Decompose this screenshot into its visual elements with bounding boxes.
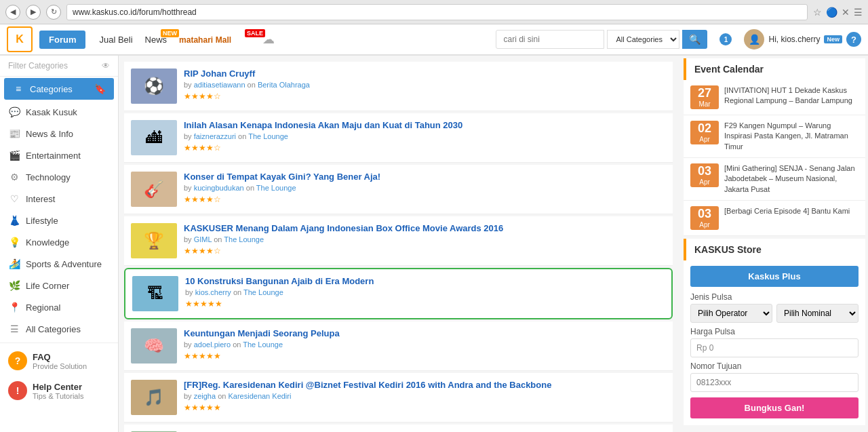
back-button[interactable]: ◀	[5, 5, 20, 20]
lifestyle-icon: 👗	[8, 215, 20, 226]
thread-author[interactable]: faiznerazzuri	[194, 132, 236, 140]
forum-button[interactable]: Forum	[39, 31, 85, 49]
thread-content: 10 Konstruksi Bangunan Ajaib di Era Mode…	[185, 276, 665, 309]
news-nav[interactable]: News NEW	[145, 35, 167, 45]
sidebar-item-label: Life Corner	[26, 281, 69, 291]
sidebar-item-kasak-kusuk[interactable]: 💬 Kasak Kusuk	[0, 101, 118, 123]
event-item: 27 Mar [INVITATION] HUT 1 Dekade Kaskus …	[684, 80, 865, 115]
jual-beli-nav[interactable]: Jual Beli	[99, 35, 132, 45]
thread-title[interactable]: Inilah Alasan Kenapa Indonesia Akan Maju…	[184, 120, 666, 130]
thread-stars: ★★★★☆	[184, 195, 666, 204]
thread-item: ⛺ Suka Duka Jadi Anak Pramuka Gan by sat…	[124, 425, 673, 432]
thread-category[interactable]: Berita Olahraga	[258, 81, 310, 89]
sidebar-item-label: Sports & Adventure	[26, 259, 102, 269]
event-day: 02	[690, 122, 719, 136]
sidebar-item-knowledge[interactable]: 💡 Knowledge	[0, 231, 118, 253]
filter-label: Filter Categories	[8, 61, 68, 71]
sports-icon: 🏄	[8, 258, 20, 269]
nominal-select[interactable]: Pilih Nominal	[776, 304, 859, 323]
search-button[interactable]: 🔍	[682, 30, 707, 49]
close-icon[interactable]: ✕	[842, 7, 850, 18]
bookmark-icon[interactable]: ☆	[813, 7, 822, 18]
kaskus-logo[interactable]: K	[7, 26, 33, 52]
thread-author[interactable]: kucingbudukan	[194, 184, 244, 192]
thread-title[interactable]: [FR]Reg. Karesidenan Kediri @Biznet Fest…	[184, 380, 666, 390]
bungkus-button[interactable]: Bungkus Gan!	[690, 397, 859, 418]
search-wrapper: All Categories 🔍	[496, 30, 707, 49]
sidebar-item-interest[interactable]: ♡ Interest	[0, 188, 118, 210]
interest-icon: ♡	[8, 193, 20, 204]
header-nav: Jual Beli News NEW matahari Mall SALE	[99, 35, 252, 45]
nomor-input[interactable]	[690, 373, 859, 392]
new-badge: New	[824, 35, 842, 43]
thread-category[interactable]: The Lounge	[224, 235, 264, 243]
search-input[interactable]	[496, 30, 604, 49]
thread-category[interactable]: The Lounge	[256, 184, 296, 192]
event-date-box: 03 Apr	[690, 206, 719, 230]
sidebar-item-news-info[interactable]: 📰 News & Info	[0, 123, 118, 144]
thread-thumbnail: 🎵	[131, 380, 177, 415]
user-area: 👤 Hi, kios.cherry New ?	[744, 29, 861, 50]
sidebar-item-categories[interactable]: ≡ Categories 🔖	[4, 78, 114, 100]
help-button[interactable]: ?	[846, 32, 861, 47]
thread-author[interactable]: zeigha	[194, 392, 216, 400]
faq-item[interactable]: ? FAQ Provide Solution	[0, 346, 118, 376]
sidebar-item-regional[interactable]: 📍 Regional	[0, 296, 118, 318]
thread-category[interactable]: The Lounge	[243, 340, 283, 349]
store-title: KASKUS Store	[684, 239, 865, 260]
thread-title[interactable]: KASKUSER Menang Dalam Ajang Indonesian B…	[184, 223, 666, 233]
sidebar-item-entertainment[interactable]: 🎬 Entertainment	[0, 144, 118, 166]
menu-icon[interactable]: ☰	[854, 7, 863, 18]
thread-author[interactable]: adoel.piero	[194, 340, 231, 349]
event-month: Apr	[690, 178, 719, 186]
event-item: 03 Apr [Mini Gathering] SENJA - Senang J…	[684, 158, 865, 201]
filter-icon[interactable]: 👁	[102, 61, 110, 71]
thread-author[interactable]: kios.cherry	[195, 288, 231, 296]
thread-title[interactable]: RIP Johan Cruyff	[184, 68, 666, 79]
thread-content: Inilah Alasan Kenapa Indonesia Akan Maju…	[184, 120, 666, 153]
main-layout: Filter Categories 👁 ≡ Categories 🔖 💬 Kas…	[0, 56, 868, 432]
operator-select[interactable]: Pilih Operator	[690, 304, 772, 323]
refresh-button[interactable]: ↻	[46, 5, 61, 20]
thread-thumbnail: 🏆	[131, 223, 177, 258]
help-subtitle: Tips & Tutorials	[33, 392, 83, 400]
help-item[interactable]: ! Help Center Tips & Tutorials	[0, 376, 118, 406]
help-texts: Help Center Tips & Tutorials	[33, 382, 83, 400]
thread-meta: by zeigha on Karesidenan Kediri	[184, 392, 666, 400]
sidebar-item-lifestyle[interactable]: 👗 Lifestyle	[0, 210, 118, 231]
right-sidebar: Event Calendar 27 Mar [INVITATION] HUT 1…	[678, 56, 868, 432]
thread-category[interactable]: The Lounge	[243, 288, 283, 296]
store-form: Jenis Pulsa Pilih Operator Pilih Nominal…	[684, 292, 865, 418]
sidebar-item-label: Entertainment	[26, 151, 81, 161]
mall-nav[interactable]: matahari Mall SALE	[179, 35, 252, 45]
sidebar-item-technology[interactable]: ⚙ Technology	[0, 166, 118, 188]
thread-author[interactable]: aditiasetiawann	[194, 81, 245, 89]
sidebar-item-sports[interactable]: 🏄 Sports & Adventure	[0, 253, 118, 275]
thread-category[interactable]: The Lounge	[248, 132, 288, 140]
faq-icon: ?	[8, 351, 27, 370]
kaskus-plus-button[interactable]: Kaskus Plus	[690, 266, 859, 287]
harga-pulsa-label: Harga Pulsa	[690, 327, 859, 336]
notification-badge[interactable]: 1	[719, 33, 732, 45]
thread-title[interactable]: Keuntungan Menjadi Seorang Pelupa	[184, 328, 666, 338]
sidebar-item-life-corner[interactable]: 🌿 Life Corner	[0, 275, 118, 296]
knowledge-icon: 💡	[8, 237, 20, 248]
url-bar[interactable]	[66, 4, 808, 20]
event-description: F29 Kangen Ngumpul – Warung Inspirasi Pa…	[724, 121, 859, 152]
thread-content: Konser di Tempat Kayak Gini? Yang Bener …	[184, 172, 666, 204]
technology-icon: ⚙	[8, 172, 20, 182]
thread-category[interactable]: Karesidenan Kediri	[228, 392, 291, 400]
harga-input[interactable]	[690, 338, 859, 357]
forward-button[interactable]: ▶	[26, 5, 41, 20]
thread-title[interactable]: Konser di Tempat Kayak Gini? Yang Bener …	[184, 172, 666, 182]
sidebar-item-all-categories[interactable]: ☰ All Categories	[0, 318, 118, 340]
thread-title[interactable]: 10 Konstruksi Bangunan Ajaib di Era Mode…	[185, 276, 665, 286]
thread-author[interactable]: GIML	[194, 235, 212, 243]
sidebar-item-label: Technology	[26, 172, 71, 182]
pulsa-row: Pilih Operator Pilih Nominal	[690, 304, 859, 323]
thread-content: Keuntungan Menjadi Seorang Pelupa by ado…	[184, 328, 666, 361]
thread-content: [FR]Reg. Karesidenan Kediri @Biznet Fest…	[184, 380, 666, 412]
category-select[interactable]: All Categories	[607, 30, 679, 49]
extension-icon[interactable]: 🔵	[826, 7, 837, 18]
help-title: Help Center	[33, 382, 83, 392]
